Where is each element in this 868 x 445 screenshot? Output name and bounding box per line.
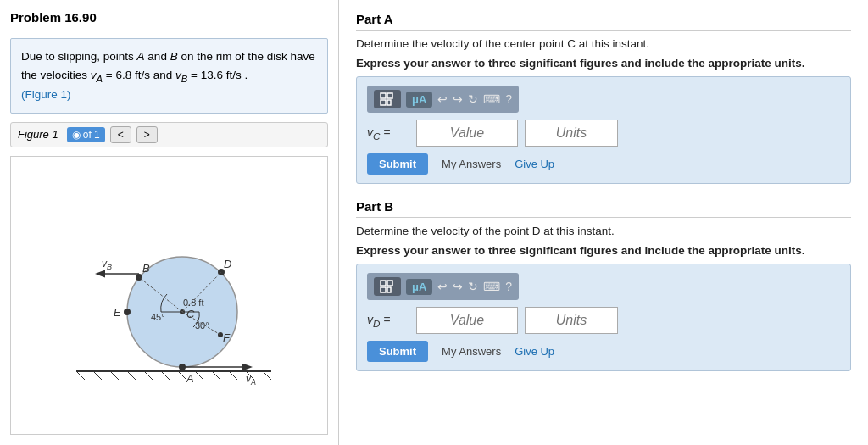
svg-point-22 — [124, 309, 131, 315]
svg-text:D: D — [224, 258, 231, 270]
svg-line-2 — [93, 371, 102, 380]
left-panel: Problem 16.90 Due to slipping, points A … — [0, 0, 339, 445]
svg-line-12 — [263, 371, 271, 380]
svg-text:vB: vB — [102, 258, 112, 271]
problem-description: Due to slipping, points A and B on the r… — [10, 38, 328, 114]
part-a-instruction: Express your answer to three significant… — [356, 57, 851, 70]
part-a-eq-label: vC = — [367, 125, 409, 142]
part-b-answer-box: μΑ ↩ ↪ ↻ ⌨ ? vD = Submit My Answers Give… — [356, 264, 851, 371]
part-b-instruction: Express your answer to three significant… — [356, 244, 851, 257]
part-a-submit-button[interactable]: Submit — [367, 153, 428, 175]
figure-next-button[interactable]: > — [136, 126, 158, 143]
svg-line-4 — [127, 371, 136, 380]
redo-icon-b[interactable]: ↪ — [453, 280, 463, 293]
svg-rect-41 — [387, 281, 392, 286]
part-b-question: Determine the velocity of the point D at… — [356, 225, 851, 237]
svg-text:0.8 ft: 0.8 ft — [183, 298, 203, 308]
svg-text:30°: 30° — [195, 320, 209, 331]
part-b-give-up[interactable]: Give Up — [515, 345, 554, 358]
figure-select[interactable]: ◉ of 1 — [67, 127, 105, 142]
grid-icon-button-b[interactable] — [374, 277, 401, 296]
svg-line-6 — [161, 371, 170, 380]
svg-line-10 — [229, 371, 237, 380]
part-b-section: Part B Determine the velocity of the poi… — [356, 199, 851, 371]
part-b-eq-label: vD = — [367, 313, 409, 329]
help-icon-a[interactable]: ? — [505, 92, 512, 106]
svg-rect-38 — [381, 100, 386, 105]
keyboard-icon-b[interactable]: ⌨ — [483, 280, 500, 293]
undo-icon-a[interactable]: ↩ — [437, 92, 448, 106]
part-a-value-input[interactable] — [416, 120, 518, 147]
svg-text:45°: 45° — [151, 312, 165, 322]
redo-icon-a[interactable]: ↪ — [453, 92, 463, 106]
part-a-give-up[interactable]: Give Up — [515, 158, 554, 170]
right-panel: Part A Determine the velocity of the cen… — [339, 0, 868, 445]
svg-rect-37 — [387, 93, 392, 98]
part-a-answer-box: μΑ ↩ ↪ ↻ ⌨ ? vC = Submit My Answers Give… — [356, 76, 851, 184]
figure-bar: Figure 1 ◉ of 1 < > — [10, 122, 328, 147]
part-b-units-input[interactable] — [525, 307, 618, 334]
svg-rect-36 — [381, 93, 386, 98]
part-b-submit-row: Submit My Answers Give Up — [367, 341, 840, 362]
svg-line-5 — [144, 371, 153, 380]
part-b-my-answers: My Answers — [442, 345, 501, 358]
grid-icon-button[interactable] — [374, 90, 401, 108]
svg-rect-40 — [381, 281, 386, 286]
svg-line-8 — [195, 371, 203, 380]
svg-text:vA: vA — [246, 373, 256, 387]
svg-text:A: A — [186, 372, 194, 385]
svg-text:E: E — [114, 306, 121, 319]
part-b-input-row: vD = — [367, 307, 840, 334]
part-a-input-row: vC = — [367, 120, 840, 147]
part-a-units-input[interactable] — [525, 120, 618, 147]
problem-title: Problem 16.90 — [10, 10, 328, 25]
undo-icon-b[interactable]: ↩ — [437, 280, 448, 293]
part-b-submit-button[interactable]: Submit — [367, 341, 428, 362]
part-a-toolbar: μΑ ↩ ↪ ↻ ⌨ ? — [367, 86, 519, 113]
part-a-submit-row: Submit My Answers Give Up — [367, 153, 840, 175]
svg-text:F: F — [223, 331, 231, 344]
svg-rect-43 — [387, 287, 391, 292]
svg-line-3 — [110, 371, 119, 380]
part-b-value-input[interactable] — [416, 307, 518, 334]
figure-label: Figure 1 — [18, 128, 58, 141]
svg-line-9 — [212, 371, 220, 380]
part-a-section: Part A Determine the velocity of the cen… — [356, 12, 851, 184]
figure-prev-button[interactable]: < — [110, 126, 131, 143]
part-a-title: Part A — [356, 12, 851, 31]
part-b-toolbar: μΑ ↩ ↪ ↻ ⌨ ? — [367, 273, 519, 300]
help-icon-b[interactable]: ? — [505, 280, 512, 293]
svg-text:B: B — [142, 262, 150, 275]
keyboard-icon-a[interactable]: ⌨ — [483, 92, 500, 106]
svg-line-7 — [178, 371, 186, 380]
mu-button-a[interactable]: μΑ — [406, 92, 432, 108]
svg-rect-42 — [381, 287, 386, 292]
svg-line-1 — [76, 371, 85, 380]
figure-link[interactable]: (Figure 1) — [21, 88, 71, 101]
svg-rect-39 — [387, 100, 391, 105]
part-b-title: Part B — [356, 199, 851, 218]
part-a-my-answers: My Answers — [442, 158, 501, 170]
refresh-icon-b[interactable]: ↻ — [468, 280, 478, 293]
refresh-icon-a[interactable]: ↻ — [468, 92, 478, 106]
figure-canvas: C A B D E F vB vA 0.8 ft — [10, 156, 328, 435]
part-a-question: Determine the velocity of the center poi… — [356, 37, 851, 50]
mu-button-b[interactable]: μΑ — [406, 279, 432, 295]
